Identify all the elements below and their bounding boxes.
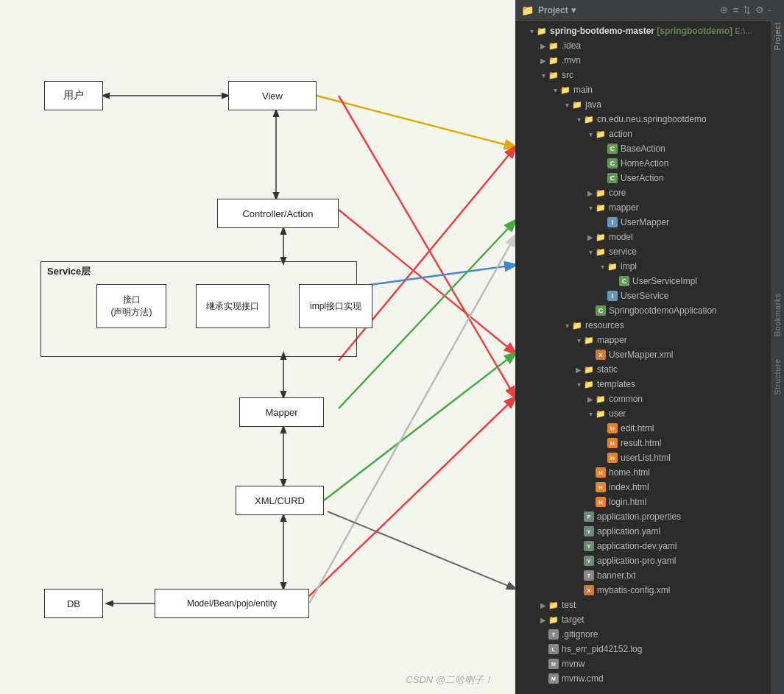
tree-item-user-folder[interactable]: ▾ 📁 user xyxy=(515,406,784,421)
class-icon-userserviceimpl: C xyxy=(618,275,630,287)
tree-item-src[interactable]: ▾ 📁 src xyxy=(515,68,784,82)
diagram-area: 用户 View Controller/Action Service层 接口 (声… xyxy=(0,0,515,694)
folder-icon-user: 📁 xyxy=(595,408,607,419)
tree-item-errlog[interactable]: L hs_err_pid42152.log xyxy=(515,642,784,656)
props-icon: P xyxy=(583,511,595,523)
tree-item-edithtml[interactable]: H edit.html xyxy=(515,421,784,436)
tree-item-indexhtml[interactable]: H index.html xyxy=(515,480,784,495)
side-tab-bookmarks[interactable]: Bookmarks xyxy=(774,293,782,336)
tree-item-res-mapper[interactable]: ▾ 📁 mapper xyxy=(515,333,784,347)
folder-icon-java: 📁 xyxy=(571,99,583,110)
tree-item-main[interactable]: ▾ 📁 main xyxy=(515,82,784,97)
tree-item-mvnwcmd[interactable]: M mvnw.cmd xyxy=(515,671,784,686)
interface-icon-usermapper: I xyxy=(607,216,618,228)
class-icon-useraction: C xyxy=(607,172,618,184)
sort-icon[interactable]: ⇅ xyxy=(743,4,751,15)
folder-icon-pkg: 📁 xyxy=(583,113,595,125)
tree-item-appyaml[interactable]: Y application.yaml xyxy=(515,524,784,539)
tree-item-service[interactable]: ▾ 📁 service xyxy=(515,244,784,259)
tree-item-userlisthtml[interactable]: H userList.html xyxy=(515,450,784,465)
svg-line-9 xyxy=(317,96,515,147)
tree-item-useraction[interactable]: C UserAction xyxy=(515,171,784,185)
tree-root[interactable]: ▾ 📁 spring-bootdemo-master [springbootde… xyxy=(515,24,784,38)
folder-icon-main: 📁 xyxy=(559,84,571,96)
svg-line-11 xyxy=(339,147,515,361)
xml-curd-box: XML/CURD xyxy=(236,486,324,515)
txt-icon-gitignore: T xyxy=(548,629,559,640)
svg-line-16 xyxy=(324,353,515,500)
tree-item-common[interactable]: ▶ 📁 common xyxy=(515,392,784,406)
folder-icon-target: 📁 xyxy=(548,614,559,626)
tree-item-mybatisxml[interactable]: X mybatis-config.xml xyxy=(515,583,784,598)
tree-item-homehtml[interactable]: H home.html xyxy=(515,465,784,480)
tree-item-core[interactable]: ▶ 📁 core xyxy=(515,185,784,200)
tree-item-userservice[interactable]: I UserService xyxy=(515,288,784,303)
db-box: DB xyxy=(44,589,103,618)
tree-item-homeaction[interactable]: C HomeAction xyxy=(515,156,784,171)
yaml-icon-app: Y xyxy=(583,525,595,537)
folder-icon-impl: 📁 xyxy=(607,261,618,272)
settings-icon[interactable]: ⚙ xyxy=(755,4,764,15)
tree-item-mvn[interactable]: ▶ 📁 .mvn xyxy=(515,53,784,68)
project-toolbar: 📁 Project ▾ ⊕ ≡ ⇅ ⚙ — xyxy=(515,0,784,21)
tree-item-target[interactable]: ▶ 📁 target xyxy=(515,612,784,627)
tree-item-appdevyaml[interactable]: Y application-dev.yaml xyxy=(515,539,784,553)
tree-item-usermapper[interactable]: I UserMapper xyxy=(515,215,784,230)
tree-item-loginhtml[interactable]: H login.html xyxy=(515,495,784,509)
side-tab-structure[interactable]: Structure xyxy=(774,358,782,395)
tree-item-baseaction[interactable]: C BaseAction xyxy=(515,141,784,156)
folder-icon-templates: 📁 xyxy=(583,378,595,390)
interface-icon-userservice: I xyxy=(607,290,618,302)
folder-icon-idea: 📁 xyxy=(548,40,559,52)
tree-item-model[interactable]: ▶ 📁 model xyxy=(515,230,784,244)
service-container: Service层 接口 (声明方法) 继承实现接口 impl接口实现 xyxy=(40,261,357,357)
tree-item-userserviceimpl[interactable]: C UserServiceImpl xyxy=(515,274,784,288)
tree-item-appprops[interactable]: P application.properties xyxy=(515,509,784,524)
tree-item-mvnw[interactable]: M mvnw xyxy=(515,656,784,671)
controller-box: Controller/Action xyxy=(217,199,339,228)
folder-icon-mvn: 📁 xyxy=(548,54,559,66)
add-icon[interactable]: ⊕ xyxy=(720,4,728,15)
yaml-icon-dev: Y xyxy=(583,540,595,552)
tree-item-test[interactable]: ▶ 📁 test xyxy=(515,598,784,612)
tree-item-approyaml[interactable]: Y application-pro.yaml xyxy=(515,553,784,568)
html-icon-result: H xyxy=(607,437,618,449)
tree-item-springbootapp[interactable]: C SpringbootdemoApplication xyxy=(515,303,784,318)
tree-item-mapper[interactable]: ▾ 📁 mapper xyxy=(515,200,784,215)
svg-line-13 xyxy=(339,96,515,397)
tree-item-java[interactable]: ▾ 📁 java xyxy=(515,97,784,112)
tree-item-static[interactable]: ▶ 📁 static xyxy=(515,362,784,377)
project-label[interactable]: Project ▾ xyxy=(538,5,576,15)
folder-icon-service: 📁 xyxy=(595,246,607,258)
html-icon-login: H xyxy=(595,496,607,508)
right-panel: 📁 Project ▾ ⊕ ≡ ⇅ ⚙ — ▾ 📁 spring-bootdem… xyxy=(515,0,784,694)
side-tab-project[interactable]: Project xyxy=(774,22,782,50)
tree-item-templates[interactable]: ▾ 📁 templates xyxy=(515,377,784,392)
yaml-icon-pro: Y xyxy=(583,555,595,567)
impl-box: impl接口实现 xyxy=(299,284,372,328)
tree-item-gitignore[interactable]: T .gitignore xyxy=(515,627,784,642)
tree-item-action[interactable]: ▾ 📁 action xyxy=(515,127,784,141)
tree-item-usermapperxml[interactable]: X UserMapper.xml xyxy=(515,347,784,362)
folder-icon: 📁 xyxy=(521,4,534,16)
tree-item-pkg[interactable]: ▾ 📁 cn.edu.neu.springbootdemo xyxy=(515,112,784,127)
txt-icon-errlog: L xyxy=(548,643,559,655)
folder-icon-static: 📁 xyxy=(583,364,595,375)
interface-box: 接口 (声明方法) xyxy=(96,284,166,328)
project-tree[interactable]: ▾ 📁 spring-bootdemo-master [springbootde… xyxy=(515,21,784,694)
tree-item-impl[interactable]: ▾ 📁 impl xyxy=(515,259,784,274)
tree-item-bannertxt[interactable]: T banner.txt xyxy=(515,568,784,583)
tree-item-resources[interactable]: ▾ 📁 resources xyxy=(515,318,784,333)
svg-line-18 xyxy=(328,511,515,589)
xml-icon-mybatis: X xyxy=(583,584,595,596)
collapse-icon[interactable]: ≡ xyxy=(732,4,738,15)
folder-icon-src: 📁 xyxy=(548,69,559,81)
tree-item-idea[interactable]: ▶ 📁 .idea xyxy=(515,38,784,53)
tree-item-resulthtml[interactable]: H result.html xyxy=(515,436,784,450)
folder-icon-mapper: 📁 xyxy=(595,202,607,213)
user-box: 用户 xyxy=(44,81,103,110)
class-icon-homeaction: C xyxy=(607,157,618,169)
model-box: Model/Bean/pojo/entity xyxy=(155,589,309,618)
view-box: View xyxy=(228,81,317,110)
svg-line-12 xyxy=(309,397,515,596)
